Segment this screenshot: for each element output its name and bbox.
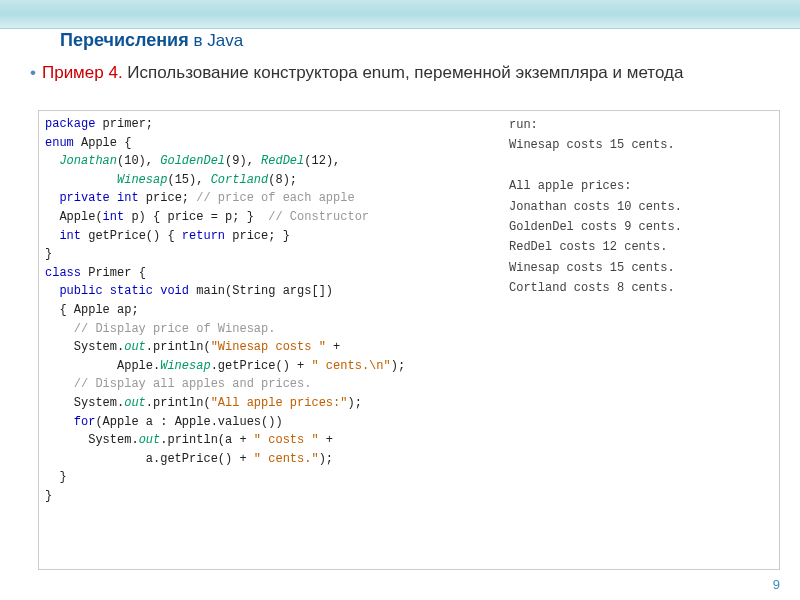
code-token: primer; <box>95 117 153 131</box>
code-token: (8); <box>268 173 297 187</box>
code-token: out <box>139 433 161 447</box>
code-token: enum <box>45 136 74 150</box>
code-token: a.getPrice() + <box>45 452 254 466</box>
output-line: Winesap costs 15 cents. <box>509 261 675 275</box>
code-token: for <box>45 415 95 429</box>
code-token <box>45 173 117 187</box>
code-token: Apple. <box>45 359 160 373</box>
code-token: class <box>45 266 81 280</box>
code-token: Apple { <box>74 136 132 150</box>
code-token: + <box>326 340 340 354</box>
code-token: (15), <box>167 173 210 187</box>
title-java: Java <box>207 31 243 50</box>
code-token: Winesap <box>117 173 167 187</box>
code-token: getPrice() { <box>81 229 182 243</box>
code-token: (9), <box>225 154 261 168</box>
code-token: System. <box>45 396 124 410</box>
output-line: Winesap costs 15 cents. <box>509 138 675 152</box>
code-token <box>45 154 59 168</box>
code-token: GoldenDel <box>160 154 225 168</box>
output-line: Cortland costs 8 cents. <box>509 281 675 295</box>
title-main: Перечисления <box>60 30 189 50</box>
code-token: .println( <box>146 396 211 410</box>
code-token: .println( <box>146 340 211 354</box>
code-token: "All apple prices:" <box>211 396 348 410</box>
code-token: } <box>45 470 67 484</box>
code-token: // Display all apples and prices. <box>45 377 311 391</box>
output-line: Jonathan costs 10 cents. <box>509 200 682 214</box>
code-token: ); <box>391 359 405 373</box>
code-token: (10), <box>117 154 160 168</box>
code-token: System. <box>45 340 124 354</box>
code-token: Apple( <box>45 210 103 224</box>
code-token: " cents." <box>254 452 319 466</box>
code-token: p) { price = p; } <box>124 210 268 224</box>
code-token: public static void <box>45 284 189 298</box>
code-token: System. <box>45 433 139 447</box>
code-token: " costs " <box>254 433 319 447</box>
code-token: } <box>45 247 52 261</box>
code-token: ); <box>319 452 333 466</box>
output-line: RedDel costs 12 cents. <box>509 240 667 254</box>
example-label: Пример 4. <box>42 63 123 82</box>
code-token: (12), <box>304 154 340 168</box>
code-token: int <box>45 229 81 243</box>
code-token: out <box>124 396 146 410</box>
code-token: // price of each apple <box>196 191 354 205</box>
code-token: // Constructor <box>268 210 369 224</box>
code-token: main(String args[]) <box>189 284 333 298</box>
code-token: Primer { <box>81 266 146 280</box>
example-desc: Использование конструктора enum, перемен… <box>123 63 684 82</box>
code-token: price; <box>139 191 197 205</box>
code-token: Winesap <box>160 359 210 373</box>
code-token: + <box>319 433 333 447</box>
output-line: GoldenDel costs 9 cents. <box>509 220 682 234</box>
title-in: в <box>189 31 207 50</box>
slide-number: 9 <box>773 577 780 592</box>
code-token: "Winesap costs " <box>211 340 326 354</box>
code-token: { Apple ap; <box>45 303 139 317</box>
slide-title: Перечисления в Java <box>60 30 243 51</box>
code-token: package <box>45 117 95 131</box>
code-token: Jonathan <box>59 154 117 168</box>
bullet-dot: • <box>30 63 36 82</box>
code-token: out <box>124 340 146 354</box>
code-token: .println(a + <box>160 433 254 447</box>
code-token: ); <box>347 396 361 410</box>
subtitle-bullet: •Пример 4. Использование конструктора en… <box>30 62 770 84</box>
code-token: " cents.\n" <box>311 359 390 373</box>
output-line: All apple prices: <box>509 179 631 193</box>
code-token: Cortland <box>211 173 269 187</box>
code-token: RedDel <box>261 154 304 168</box>
code-block: package primer; enum Apple { Jonathan(10… <box>45 115 465 505</box>
code-token: return <box>182 229 225 243</box>
code-token: private int <box>45 191 139 205</box>
code-token: } <box>45 489 52 503</box>
header-decoration <box>0 0 800 29</box>
output-line: run: <box>509 118 538 132</box>
code-token: price; } <box>225 229 290 243</box>
code-token: int <box>103 210 125 224</box>
code-token: // Display price of Winesap. <box>45 322 275 336</box>
content-frame: package primer; enum Apple { Jonathan(10… <box>38 110 780 570</box>
code-token: (Apple a : Apple.values()) <box>95 415 282 429</box>
code-token: .getPrice() + <box>211 359 312 373</box>
output-block: run: Winesap costs 15 cents. All apple p… <box>509 115 771 299</box>
